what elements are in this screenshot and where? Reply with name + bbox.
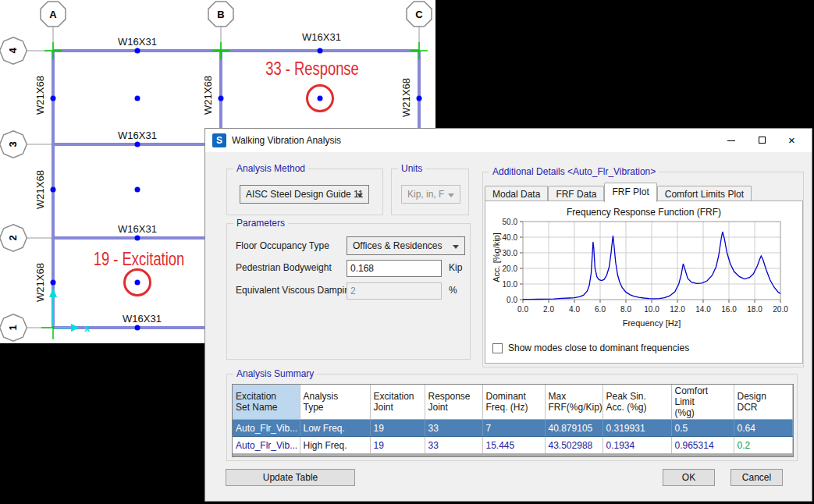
table-row[interactable]: Auto_Flr_Vib... High Freq. 19 33 15.445 … [233,437,793,454]
axis-x-marker: x [84,322,91,334]
bodyweight-input[interactable] [347,260,442,277]
maximize-icon[interactable] [749,129,776,152]
ok-button[interactable]: OK [663,469,715,486]
close-icon[interactable]: × [780,129,807,152]
analysis-method-select[interactable]: AISC Steel Design Guide 11 [240,185,369,204]
cell[interactable]: 7 [482,420,545,437]
joint[interactable] [135,187,140,193]
cell[interactable]: 0.965314 [671,437,734,454]
dialog-titlebar[interactable]: S Walking Vibration Analysis × [205,129,812,152]
screen: xW16X31W16X31W16X31W16X31W16X31W21X68W21… [0,0,814,504]
girder-section-label: W21X68 [202,76,214,115]
svg-text:A: A [49,9,57,20]
grid-bubble-C[interactable]: C [407,2,432,27]
grid-bubble-3[interactable]: 3 [0,128,30,161]
joint[interactable] [51,96,56,101]
grid-bubble-2[interactable]: 2 [0,222,30,254]
cell[interactable]: 33 [425,437,482,454]
units-value: Kip, in, F [407,189,444,200]
show-modes-checkbox[interactable] [492,343,503,353]
joint[interactable] [135,96,140,101]
joint[interactable] [135,325,140,331]
dialog-title: Walking Vibration Analysis [232,135,341,146]
walking-vibration-dialog: S Walking Vibration Analysis × Analysis … [204,128,812,502]
frf-plot-canvas: 0.02.04.06.08.010.012.014.016.018.020.00… [495,218,788,315]
col-response-joint: Response Joint [425,385,482,420]
minimize-icon[interactable] [718,129,745,152]
cell[interactable]: 0.5 [671,420,734,437]
beam-section-label: W16X31 [118,223,157,235]
svg-text:2.0: 2.0 [543,305,554,314]
grid-bubble-1[interactable]: 1 [0,311,30,343]
table-row[interactable]: Auto_Flr_Vib... Low Freq. 19 33 7 40.879… [233,420,793,437]
axis-x-arrowhead-icon [71,324,80,332]
additional-details-group: Additional Details <Auto_Flr_Vibration> … [482,172,804,367]
joint[interactable] [318,48,323,54]
cell[interactable]: Auto_Flr_Vib... [233,420,300,437]
grid-bubble-A[interactable]: A [41,2,66,27]
svg-text:C: C [415,9,423,20]
cell[interactable]: Low Freq. [300,420,370,437]
update-table-button[interactable]: Update Table [226,469,355,486]
app-icon: S [212,133,226,147]
svg-text:14.0: 14.0 [695,305,711,314]
tab-frf-data[interactable]: FRF Data [548,186,604,202]
cell[interactable]: 33 [425,420,482,437]
joint[interactable] [51,187,56,193]
svg-text:40.0: 40.0 [503,233,518,242]
tab-comfort-limits-plot[interactable]: Comfort Limits Plot [657,186,752,202]
cell[interactable]: 0.319931 [603,420,671,437]
chevron-down-icon [448,193,454,197]
cancel-button[interactable]: Cancel [730,469,783,486]
joint[interactable] [135,48,140,54]
svg-text:0.0: 0.0 [517,305,528,314]
cell[interactable]: 0.1934 [603,437,671,454]
parameters-label: Parameters [233,218,288,229]
cell[interactable]: 19 [370,420,425,437]
joint[interactable] [135,236,140,241]
cell[interactable]: 43.502988 [545,437,603,454]
svg-text:33 - Response: 33 - Response [265,59,359,78]
svg-text:4.0: 4.0 [569,305,580,314]
cell[interactable]: 19 [370,437,425,454]
joint[interactable] [318,96,323,101]
units-label: Units [398,163,425,174]
svg-text:1: 1 [7,325,19,330]
svg-text:4: 4 [7,48,19,54]
cell[interactable]: Auto_Flr_Vib... [233,437,300,454]
chevron-down-icon [453,245,459,249]
grid-bubble-4[interactable]: 4 [0,34,30,67]
response-joint-label: 33 - Response [265,59,359,78]
girder-section-label: W21X68 [34,170,46,209]
col-peak-sin-acc: Peak Sin. Acc. (%g) [603,385,671,420]
axis-y-arrowhead-icon [49,288,57,297]
cell[interactable]: 15.445 [482,437,545,454]
girder-section-label: W21X68 [34,76,46,115]
svg-text:B: B [217,9,224,20]
damping-unit: % [449,285,457,296]
units-group: Units Kip, in, F [391,169,469,215]
svg-text:10.0: 10.0 [503,280,518,289]
analysis-summary-group: Analysis Summary Excitation Set Name Ana… [226,374,798,461]
svg-text:2: 2 [7,235,19,240]
analysis-method-label: Analysis Method [233,163,308,174]
col-dominant-freq: Dominant Freq. (Hz) [482,385,545,420]
joint[interactable] [135,280,140,286]
beam-section-label: W16X31 [123,313,162,325]
cell[interactable]: 0.2 [734,437,793,454]
summary-table-wrapper: Excitation Set Name Analysis Type Excita… [232,384,794,457]
joint[interactable] [219,96,224,101]
joint[interactable] [135,142,140,147]
occupancy-type-select[interactable]: Offices & Residences [347,236,465,255]
cell[interactable]: 40.879105 [545,420,603,437]
col-excitation-set: Excitation Set Name [233,385,300,420]
grid-bubble-B[interactable]: B [208,2,233,27]
svg-text:20.0: 20.0 [503,264,518,273]
col-max-frf: Max FRF(%g/Kip) [545,385,603,420]
joint[interactable] [417,96,422,101]
col-excitation-joint: Excitation Joint [370,385,425,420]
joint[interactable] [51,280,56,286]
cell[interactable]: 0.64 [734,420,793,437]
cell[interactable]: High Freq. [300,437,370,454]
tab-frf-plot[interactable]: FRF Plot [604,183,656,202]
